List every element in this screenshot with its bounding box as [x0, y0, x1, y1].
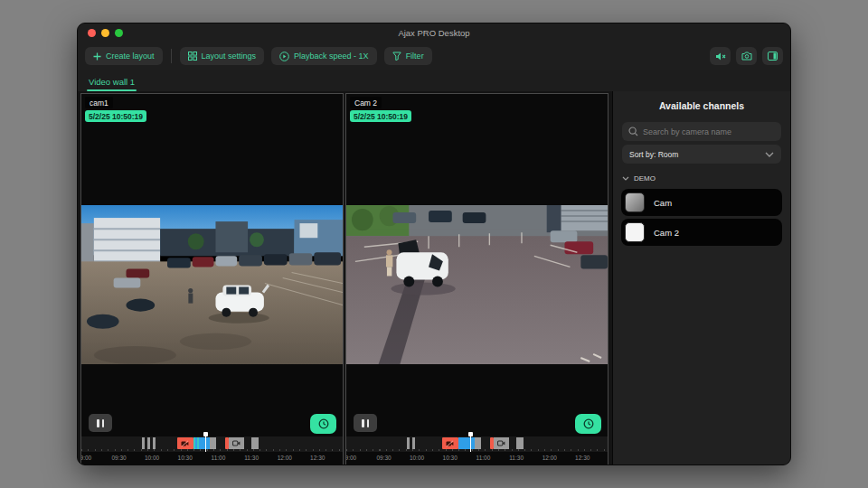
tab-bar: Video wall 1: [78, 70, 790, 91]
playback-speed-label: Playback speed - 1X: [294, 52, 369, 61]
timeline-segment-mixed[interactable]: [193, 437, 200, 449]
create-layout-button[interactable]: Create layout: [85, 47, 163, 65]
tab-video-wall-1[interactable]: Video wall 1: [87, 73, 137, 91]
pause-icon: [102, 419, 105, 427]
camera-2-timeline[interactable]: [346, 436, 608, 452]
time-label: 11:30: [509, 455, 524, 461]
group-demo-label: DEMO: [634, 174, 656, 183]
camera-2-name-badge: Cam 2: [350, 97, 382, 108]
timeline-segment-recording[interactable]: [458, 437, 475, 449]
camera-1-archive-clock-button[interactable]: [310, 414, 336, 434]
camera-1-timeline[interactable]: [81, 436, 343, 452]
time-label: 11:00: [212, 455, 226, 461]
time-label: 9:00: [345, 455, 356, 461]
camera-2-archive-clock-button[interactable]: [575, 414, 601, 434]
channel-thumbnail: [625, 192, 645, 212]
timeline-playhead[interactable]: [470, 432, 472, 452]
camera-off-icon: [446, 440, 454, 447]
camera-1-video[interactable]: [81, 205, 343, 364]
toggle-side-panel-button[interactable]: [762, 47, 783, 65]
time-label: 10:00: [410, 455, 424, 461]
time-label: 10:30: [178, 455, 193, 461]
camera-1-timestamp-badge: 5/2/25 10:50:19: [85, 110, 146, 122]
time-label: 11:00: [476, 455, 491, 461]
channel-item-cam[interactable]: Cam: [621, 189, 782, 216]
clock-icon: [318, 418, 329, 429]
pause-icon: [97, 419, 99, 427]
video-grid: cam1 5/2/25 10:50:19: [78, 91, 610, 465]
camera-icon: [232, 440, 241, 446]
toolbar-divider: [171, 49, 172, 63]
timeline-segment-with-camera[interactable]: [229, 437, 244, 449]
camera-off-icon: [181, 440, 189, 447]
camera-2-timeline-labels: 9:00 09:30 10:00 10:30 11:00 11:30 12:00…: [346, 455, 608, 463]
panel-toggle-icon: [768, 52, 778, 61]
filter-button[interactable]: Filter: [384, 47, 432, 65]
time-label: 09:30: [111, 455, 126, 461]
timeline-segment-recording-gray[interactable]: [210, 437, 216, 449]
time-label: 12:00: [278, 455, 292, 461]
layout-grid-icon: [188, 52, 197, 61]
channel-name: Cam 2: [654, 228, 679, 238]
timeline-segment-recording-late[interactable]: [516, 437, 524, 449]
app-window: Ajax PRO Desktop Create layout Layout se…: [77, 23, 791, 465]
timeline-segment-video-lost[interactable]: [177, 437, 193, 449]
channel-thumbnail: [625, 222, 645, 242]
time-label: 10:30: [443, 455, 458, 461]
filter-funnel-icon: [392, 52, 401, 61]
timeline-segment-recording-gray[interactable]: [475, 437, 481, 449]
snapshot-button[interactable]: [736, 47, 757, 65]
sort-by-dropdown[interactable]: Sort by: Room: [622, 145, 781, 164]
filter-label: Filter: [406, 52, 424, 61]
camera-1-pause-button[interactable]: [89, 414, 112, 432]
timeline-segment-with-camera[interactable]: [494, 437, 509, 449]
camera-2-video-frame: [346, 205, 608, 364]
timeline-segment-video-lost[interactable]: [442, 437, 458, 449]
camera-1-video-frame: [81, 205, 343, 364]
layout-settings-button[interactable]: Layout settings: [180, 47, 265, 65]
camera-icon: [497, 440, 505, 446]
play-circle-icon: [279, 52, 289, 61]
available-channels-panel: Available channels Sort by: Room DEMO Ca…: [612, 91, 790, 465]
time-label: 9:00: [80, 455, 91, 461]
timeline-playhead[interactable]: [205, 432, 207, 452]
sort-by-label: Sort by: Room: [629, 150, 765, 159]
time-label: 12:30: [310, 455, 325, 461]
mute-audio-button[interactable]: [710, 47, 731, 65]
speaker-muted-icon: [715, 52, 726, 61]
snapshot-camera-icon: [741, 52, 752, 61]
search-input[interactable]: [643, 127, 775, 136]
time-label: 12:00: [542, 455, 557, 461]
chevron-down-icon: [765, 152, 774, 157]
plus-icon: [93, 52, 101, 61]
search-box[interactable]: [622, 122, 781, 141]
active-tab-underline: [87, 89, 137, 91]
channel-item-cam-2[interactable]: Cam 2: [621, 219, 782, 246]
title-bar: Ajax PRO Desktop: [78, 23, 790, 42]
timeline-segment-short-recordings[interactable]: [142, 437, 156, 449]
chevron-down-icon: [622, 176, 629, 181]
create-layout-label: Create layout: [106, 52, 155, 61]
timeline-segment-recording-late[interactable]: [251, 437, 259, 449]
clock-icon: [583, 418, 594, 429]
time-label: 11:30: [244, 455, 259, 461]
time-label: 10:00: [145, 455, 159, 461]
main-area: cam1 5/2/25 10:50:19: [78, 91, 790, 465]
camera-tile-2[interactable]: Cam 2 5/2/25 10:50:19: [345, 93, 609, 465]
group-demo[interactable]: DEMO: [622, 174, 781, 183]
camera-2-video[interactable]: [346, 205, 608, 364]
window-title: Ajax PRO Desktop: [78, 28, 790, 38]
sidebar-title: Available channels: [613, 100, 790, 111]
camera-2-pause-button[interactable]: [354, 414, 377, 432]
camera-2-timestamp-badge: 5/2/25 10:50:19: [350, 110, 411, 122]
camera-1-timeline-labels: 9:00 09:30 10:00 10:30 11:00 11:30 12:00…: [81, 455, 343, 463]
playback-speed-button[interactable]: Playback speed - 1X: [271, 47, 377, 65]
search-icon: [628, 127, 638, 136]
timeline-segment-short-recordings[interactable]: [407, 437, 418, 449]
time-label: 09:30: [376, 455, 391, 461]
tab-label: Video wall 1: [89, 77, 135, 87]
toolbar: Create layout Layout settings Playback s…: [78, 42, 790, 70]
pause-icon: [362, 419, 364, 427]
camera-tile-1[interactable]: cam1 5/2/25 10:50:19: [80, 93, 344, 465]
time-label: 12:30: [575, 455, 590, 461]
